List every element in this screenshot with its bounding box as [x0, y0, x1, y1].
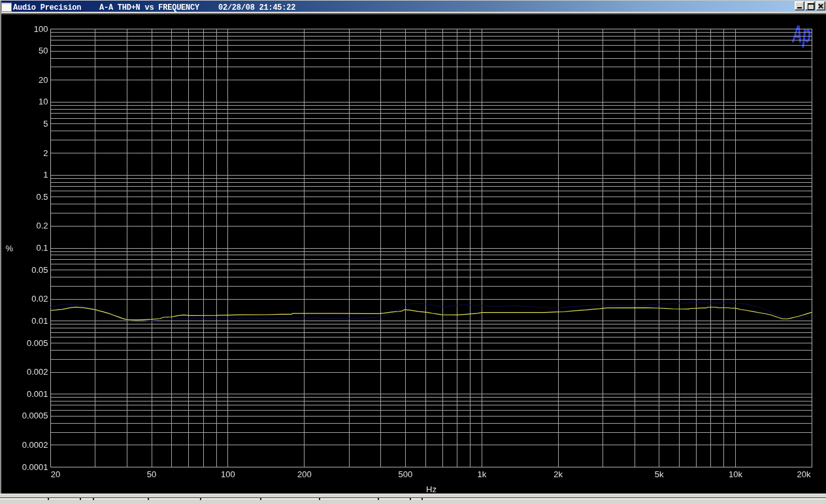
svg-text:5: 5: [43, 119, 48, 129]
svg-text:2k: 2k: [553, 469, 563, 479]
svg-text:0.0005: 0.0005: [22, 411, 48, 420]
svg-text:0.002: 0.002: [27, 367, 48, 377]
svg-text:0.001: 0.001: [27, 389, 48, 399]
svg-text:0.5: 0.5: [36, 192, 48, 202]
svg-text:%: %: [6, 244, 14, 253]
svg-text:500: 500: [399, 469, 413, 479]
svg-text:0.0002: 0.0002: [22, 440, 48, 450]
svg-text:200: 200: [297, 469, 312, 479]
svg-text:0.1: 0.1: [36, 243, 48, 253]
svg-text:2: 2: [43, 148, 48, 158]
svg-text:20: 20: [51, 469, 60, 479]
svg-text:0.01: 0.01: [31, 316, 48, 326]
svg-text:50: 50: [39, 46, 48, 55]
svg-text:0.2: 0.2: [36, 221, 48, 230]
svg-text:0.05: 0.05: [31, 265, 48, 275]
svg-text:Hz: Hz: [426, 484, 437, 494]
svg-text:50: 50: [147, 469, 156, 479]
svg-text:0.0001: 0.0001: [22, 462, 48, 472]
svg-text:10k: 10k: [729, 469, 742, 479]
svg-text:1: 1: [43, 170, 48, 180]
svg-text:10: 10: [39, 97, 48, 106]
svg-text:1k: 1k: [477, 469, 486, 479]
svg-text:100: 100: [34, 24, 48, 34]
svg-text:Ap: Ap: [791, 21, 811, 48]
svg-text:100: 100: [221, 469, 235, 479]
svg-text:20k: 20k: [797, 469, 811, 479]
svg-text:5k: 5k: [655, 469, 664, 479]
svg-text:20: 20: [39, 75, 48, 85]
svg-text:0.02: 0.02: [31, 294, 48, 304]
svg-text:0.005: 0.005: [27, 338, 48, 348]
